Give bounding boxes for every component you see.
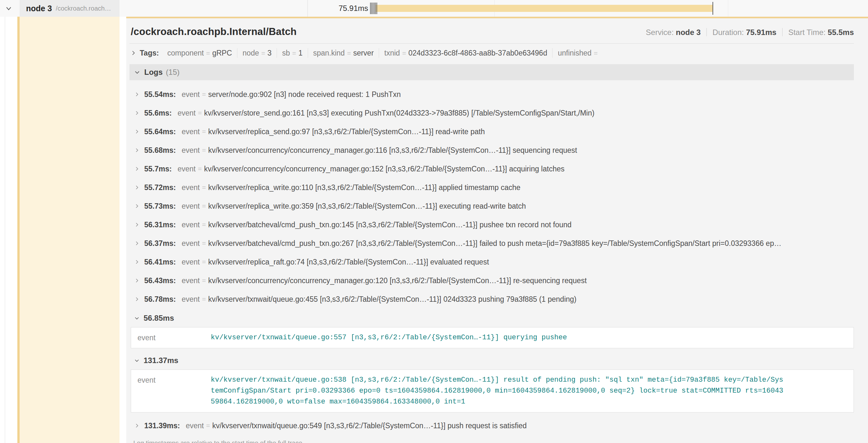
logs-count: (15) bbox=[166, 68, 180, 77]
logs-footnote: Log timestamps are relative to the start… bbox=[133, 440, 854, 443]
log-message: kv/kvserver/store_send.go:161 [n3,s3] ex… bbox=[204, 109, 594, 117]
chevron-right-icon[interactable] bbox=[130, 50, 136, 56]
log-field: event bbox=[182, 202, 199, 211]
logs-list: 55.54ms:event=server/node.go:902 [n3] no… bbox=[129, 80, 854, 443]
log-field: event bbox=[182, 90, 199, 99]
log-timestamp: 56.31ms: bbox=[144, 220, 176, 229]
chevron-right-icon[interactable] bbox=[134, 147, 140, 153]
log-field: event bbox=[182, 128, 199, 136]
log-entry[interactable]: 56.37ms:event=kv/kvserver/batcheval/cmd_… bbox=[129, 234, 854, 253]
tags-row[interactable]: Tags: component=gRPC node=3 sb=1 span.ki… bbox=[129, 44, 854, 62]
log-entry[interactable]: 55.6ms:event=kv/kvserver/store_send.go:1… bbox=[129, 104, 854, 122]
tag-node: node=3 bbox=[243, 49, 272, 58]
tag-sb: sb=1 bbox=[282, 49, 302, 58]
log-entry[interactable]: 55.54ms:event=server/node.go:902 [n3] no… bbox=[129, 85, 854, 104]
log-timestamp: 55.7ms: bbox=[144, 165, 172, 173]
chevron-right-icon[interactable] bbox=[134, 184, 140, 190]
duration-label: Duration: bbox=[713, 28, 744, 37]
tag-divider bbox=[552, 48, 553, 58]
start-time-value: 55.5ms bbox=[828, 28, 854, 37]
chevron-right-icon[interactable] bbox=[134, 92, 140, 97]
log-timestamp: 55.72ms: bbox=[144, 183, 176, 192]
log-timestamp: 56.41ms: bbox=[144, 258, 176, 267]
chevron-right-icon[interactable] bbox=[134, 203, 140, 209]
log-marker-tick bbox=[373, 3, 373, 14]
log-entry[interactable]: 56.41ms:event=kv/kvserver/replica_raft.g… bbox=[129, 253, 854, 271]
chevron-right-icon[interactable] bbox=[134, 110, 140, 116]
span-color-accent-bar bbox=[17, 0, 20, 443]
log-timestamp: 131.39ms: bbox=[144, 421, 180, 430]
log-field-value: kv/kvserver/txnwait/queue.go:538 [n3,s3,… bbox=[211, 375, 787, 407]
timeline-gridline bbox=[728, 0, 728, 17]
log-entry[interactable]: 56.31ms:event=kv/kvserver/batcheval/cmd_… bbox=[129, 215, 854, 234]
chevron-down-icon[interactable] bbox=[134, 315, 140, 321]
log-fields-table: event kv/kvserver/txnwait/queue.go:557 [… bbox=[131, 327, 854, 348]
log-entry[interactable]: 55.72ms:event=kv/kvserver/replica_write.… bbox=[129, 178, 854, 197]
log-field-row: event kv/kvserver/txnwait/queue.go:557 [… bbox=[137, 332, 847, 343]
log-field-row: event kv/kvserver/txnwait/queue.go:538 [… bbox=[137, 375, 847, 407]
service-value: node 3 bbox=[676, 28, 701, 37]
meta-separator bbox=[782, 28, 782, 36]
chevron-right-icon[interactable] bbox=[134, 166, 140, 172]
log-entry-expanded: 131.37ms event kv/kvserver/txnwait/queue… bbox=[129, 352, 854, 412]
log-message: kv/kvserver/txnwait/queue.go:549 [n3,s3,… bbox=[212, 421, 527, 430]
log-field: event bbox=[178, 165, 196, 173]
log-entry[interactable]: 56.43ms:event=kv/kvserver/concurrency/co… bbox=[129, 271, 854, 290]
collapse-span-chevron-down-icon[interactable] bbox=[4, 4, 13, 12]
column-divider[interactable] bbox=[307, 0, 308, 17]
log-message: kv/kvserver/replica_raft.go:74 [n3,s3,r6… bbox=[208, 258, 489, 267]
logs-section-header[interactable]: Logs (15) bbox=[129, 64, 854, 80]
log-entry[interactable]: 56.78ms:event=kv/kvserver/txnwait/queue.… bbox=[129, 290, 854, 308]
chevron-right-icon[interactable] bbox=[134, 278, 140, 283]
span-detail-header: /cockroach.roachpb.Internal/Batch Servic… bbox=[129, 18, 854, 43]
log-fields-table: event kv/kvserver/txnwait/queue.go:538 [… bbox=[131, 370, 854, 412]
log-entry[interactable]: 55.7ms:event=kv/kvserver/concurrency/con… bbox=[129, 160, 854, 178]
log-entry-expanded-header[interactable]: 131.37ms bbox=[129, 352, 854, 369]
log-field: event bbox=[182, 146, 199, 155]
tag-span-kind: span.kind=server bbox=[313, 49, 374, 58]
tag-divider bbox=[308, 48, 308, 58]
log-message: kv/kvserver/replica_write.go:110 [n3,s3,… bbox=[208, 183, 520, 192]
log-message: kv/kvserver/batcheval/cmd_push_txn.go:14… bbox=[208, 220, 571, 229]
span-operation-name: /cockroach.roach… bbox=[56, 5, 111, 12]
span-detail-panel: /cockroach.roachpb.Internal/Batch Servic… bbox=[126, 17, 868, 443]
span-duration-label: 75.91ms bbox=[334, 4, 368, 13]
span-detail-meta: Service: node 3Duration: 75.91msStart Ti… bbox=[646, 28, 854, 37]
log-timestamp: 55.54ms: bbox=[144, 90, 176, 99]
log-timestamp: 55.6ms: bbox=[144, 109, 172, 117]
log-timestamp: 55.73ms: bbox=[144, 202, 176, 211]
duration-value: 75.91ms bbox=[746, 28, 776, 37]
log-marker-tick bbox=[376, 3, 377, 14]
log-message: kv/kvserver/concurrency/concurrency_mana… bbox=[208, 276, 587, 285]
tag-unfinished: unfinished= bbox=[558, 49, 600, 58]
trace-detail-page: node 3 /cockroach.roach… 75.91ms /cockro… bbox=[0, 0, 868, 443]
span-name-cell[interactable]: node 3 /cockroach.roach… bbox=[20, 0, 120, 17]
log-field-key: event bbox=[137, 375, 211, 384]
chevron-right-icon[interactable] bbox=[134, 222, 140, 228]
chevron-right-icon[interactable] bbox=[134, 129, 140, 135]
selected-span-name-column bbox=[20, 17, 120, 443]
log-entry-expanded-header[interactable]: 56.85ms bbox=[129, 310, 854, 327]
log-entry[interactable]: 55.73ms:event=kv/kvserver/replica_write.… bbox=[129, 197, 854, 215]
chevron-right-icon[interactable] bbox=[134, 259, 140, 265]
meta-separator bbox=[706, 28, 707, 36]
logs-title: Logs bbox=[144, 68, 162, 77]
log-field: event bbox=[182, 183, 199, 192]
log-message: kv/kvserver/txnwait/queue.go:455 [n3,s3,… bbox=[208, 295, 577, 304]
log-field: event bbox=[182, 220, 199, 229]
span-row[interactable]: node 3 /cockroach.roach… 75.91ms bbox=[0, 0, 868, 17]
chevron-down-icon[interactable] bbox=[134, 69, 141, 75]
log-timestamp: 56.43ms: bbox=[144, 276, 176, 285]
log-entry[interactable]: 55.68ms:event=kv/kvserver/concurrency/co… bbox=[129, 141, 854, 160]
log-message: kv/kvserver/concurrency/concurrency_mana… bbox=[208, 146, 577, 155]
chevron-right-icon[interactable] bbox=[134, 240, 140, 246]
log-field: event bbox=[178, 109, 196, 117]
log-entry[interactable]: 131.39ms:event=kv/kvserver/txnwait/queue… bbox=[129, 416, 854, 435]
chevron-right-icon[interactable] bbox=[134, 423, 140, 429]
chevron-right-icon[interactable] bbox=[134, 296, 140, 302]
log-entry[interactable]: 55.64ms:event=kv/kvserver/replica_send.g… bbox=[129, 122, 854, 141]
span-duration-bar[interactable] bbox=[375, 5, 713, 12]
service-label: Service: bbox=[646, 28, 674, 37]
tag-divider bbox=[237, 48, 238, 58]
chevron-down-icon[interactable] bbox=[134, 357, 140, 364]
